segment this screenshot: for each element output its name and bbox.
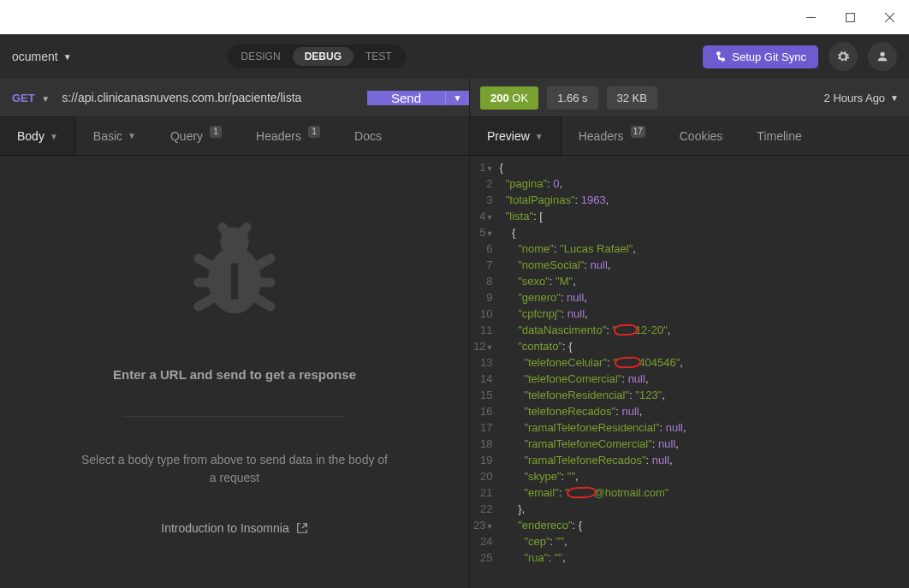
headers-count-badge: 1: [308, 126, 320, 138]
git-button-label: Setup Git Sync: [732, 50, 806, 63]
empty-lead: Enter a URL and send to get a response: [113, 367, 356, 382]
mode-debug[interactable]: DEBUG: [293, 47, 354, 66]
tab-docs[interactable]: Docs: [337, 116, 399, 155]
mode-design[interactable]: DESIGN: [229, 47, 293, 66]
chevron-down-icon: ▼: [454, 93, 462, 103]
document-label: ocument: [12, 50, 58, 63]
tab-query[interactable]: Query 1: [153, 116, 239, 155]
request-bar: GET ▼ s://api.clinicanasnuvens.com.br/pa…: [0, 79, 469, 116]
resp-headers-badge: 17: [631, 126, 645, 138]
empty-sub: Select a body type from above to send da…: [80, 451, 389, 487]
tab-timeline[interactable]: Timeline: [740, 116, 818, 155]
url-input[interactable]: s://api.clinicanasnuvens.com.br/paciente…: [58, 91, 367, 104]
chevron-down-icon: ▼: [890, 93, 899, 103]
svg-rect-3: [231, 263, 238, 299]
send-button[interactable]: Send: [367, 91, 445, 105]
chevron-down-icon: ▼: [535, 132, 544, 141]
time-chip: 1.66 s: [547, 86, 597, 110]
account-button[interactable]: [868, 42, 897, 71]
git-branch-icon: [715, 50, 727, 62]
tab-body[interactable]: Body ▼: [0, 116, 76, 155]
window-controls: [0, 0, 909, 34]
body-empty-state: Enter a URL and send to get a response S…: [0, 156, 469, 588]
request-tabs: Body ▼ Basic ▼ Query 1 Headers 1 Docs: [0, 116, 469, 156]
tab-auth-basic[interactable]: Basic ▼: [76, 116, 153, 155]
query-count-badge: 1: [210, 126, 222, 138]
document-menu[interactable]: ocument ▼: [12, 50, 72, 63]
settings-button[interactable]: [829, 42, 858, 71]
tab-cookies[interactable]: Cookies: [662, 116, 740, 155]
status-chip: 200 OK: [480, 86, 538, 110]
topbar: ocument ▼ DESIGN DEBUG TEST Setup Git Sy…: [0, 34, 909, 79]
setup-git-sync-button[interactable]: Setup Git Sync: [703, 45, 818, 68]
mode-test[interactable]: TEST: [354, 47, 404, 66]
close-button[interactable]: [870, 0, 909, 34]
response-age-select[interactable]: 2 Hours Ago ▼: [824, 92, 899, 104]
response-body-viewer[interactable]: 1▼2 3 4▼5▼6 7 8 9 10 11 12▼13 14 15 16 1…: [470, 156, 909, 588]
svg-rect-0: [846, 13, 854, 21]
chevron-down-icon: ▼: [128, 131, 136, 140]
mode-switch: DESIGN DEBUG TEST: [228, 45, 406, 68]
maximize-button[interactable]: [830, 0, 870, 34]
intro-link[interactable]: Introduction to Insomnia: [161, 521, 307, 535]
chevron-down-icon: ▼: [50, 132, 58, 141]
tab-preview[interactable]: Preview ▼: [470, 116, 561, 155]
tab-headers[interactable]: Headers 1: [239, 116, 337, 155]
minimize-button[interactable]: [791, 0, 830, 34]
size-chip: 32 KB: [607, 86, 657, 110]
send-dropdown[interactable]: ▼: [445, 91, 469, 105]
chevron-down-icon: ▼: [41, 94, 50, 104]
gear-icon: [836, 50, 850, 63]
user-icon: [876, 50, 889, 63]
response-tabs: Preview ▼ Headers 17 Cookies Timeline: [470, 116, 909, 156]
external-link-icon: [296, 522, 308, 534]
svg-point-1: [880, 52, 884, 56]
bug-icon: [175, 211, 294, 333]
json-code: { "pagina": 0, "totalPaginas": 1963, "li…: [499, 156, 686, 588]
response-status-bar: 200 OK 1.66 s 32 KB 2 Hours Ago ▼: [470, 79, 909, 116]
tab-resp-headers[interactable]: Headers 17: [561, 116, 662, 155]
line-gutter: 1▼2 3 4▼5▼6 7 8 9 10 11 12▼13 14 15 16 1…: [470, 156, 499, 588]
chevron-down-icon: ▼: [63, 52, 72, 62]
http-method-select[interactable]: GET ▼: [0, 92, 58, 104]
divider: [123, 416, 346, 417]
